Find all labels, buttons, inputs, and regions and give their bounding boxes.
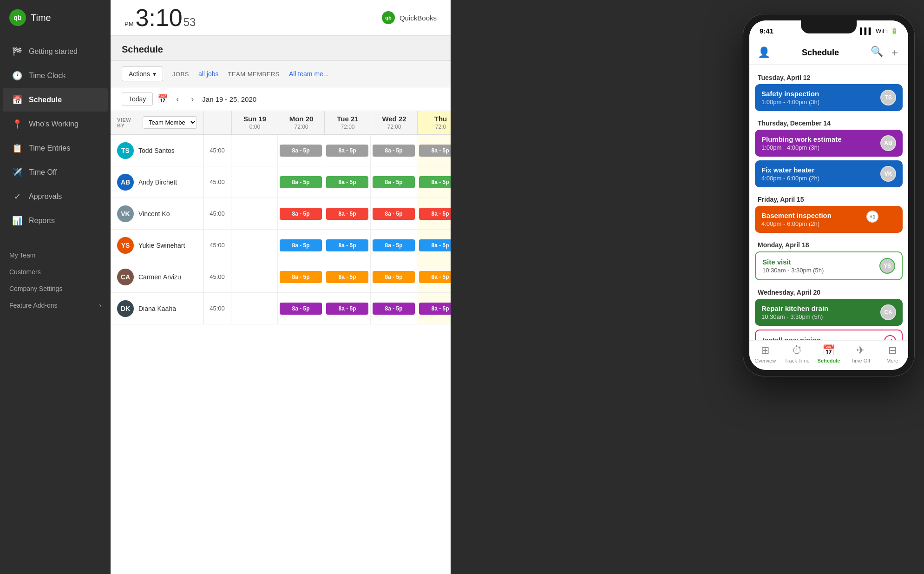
- event-info: Install new piping 2:30pm - 5:00pm (2h 3…: [762, 336, 895, 340]
- shift-block[interactable]: 8a - 5p: [419, 239, 451, 251]
- chevron-right-icon: ›: [99, 302, 101, 309]
- mobile-app-header: 👤 Schedule 🔍 ＋: [749, 41, 908, 65]
- shift-block[interactable]: 8a - 5p: [373, 208, 415, 220]
- list-item[interactable]: Install new piping 2:30pm - 5:00pm (2h 3…: [755, 330, 903, 340]
- thu-diana[interactable]: 8a - 5p: [417, 293, 451, 324]
- col-sun19: Sun 19 0:00: [231, 111, 278, 134]
- wed-yukie[interactable]: 8a - 5p: [371, 230, 417, 261]
- list-item[interactable]: Site visit 10:30am - 3:30pm (5h) YS: [755, 251, 903, 280]
- mon-yukie[interactable]: 8a - 5p: [278, 230, 324, 261]
- shift-block[interactable]: 8a - 5p: [280, 271, 322, 283]
- sidebar-item-my-team[interactable]: My Team: [0, 248, 111, 263]
- mon-diana[interactable]: 8a - 5p: [278, 293, 324, 324]
- list-item[interactable]: Plumbing work estimate 1:00pm - 4:00pm (…: [755, 130, 903, 157]
- jobs-link[interactable]: all jobs: [198, 70, 219, 78]
- sidebar-item-time-entries[interactable]: 📋 Time Entries: [3, 137, 108, 160]
- shift-block[interactable]: 8a - 5p: [373, 239, 415, 251]
- shift-block[interactable]: 8a - 5p: [326, 145, 368, 157]
- actions-button[interactable]: Actions ▾: [122, 66, 163, 81]
- sidebar-item-whos-working[interactable]: 📍 Who's Working: [3, 112, 108, 136]
- shift-block[interactable]: 8a - 5p: [373, 271, 415, 283]
- event-title: Site visit: [762, 258, 879, 266]
- thu-vincent[interactable]: 8a - 5p: [417, 198, 451, 229]
- shift-block[interactable]: 8a - 5p: [326, 239, 368, 251]
- mon-andy[interactable]: 8a - 5p: [278, 166, 324, 198]
- shift-block[interactable]: 8a - 5p: [326, 303, 368, 315]
- sidebar-item-customers[interactable]: Customers: [0, 264, 111, 279]
- mon-todd[interactable]: 8a - 5p: [278, 135, 324, 166]
- mobile-schedule-list: Tuesday, April 12 Safety inspection 1:00…: [749, 65, 908, 340]
- mon-carmen[interactable]: 8a - 5p: [278, 261, 324, 292]
- mobile-nav-track-time[interactable]: ⏱ Track Time: [783, 344, 811, 363]
- phone-screen: 9:41 ▌▌▌ WiFi 🔋 👤 Schedule 🔍 ＋ Tue: [749, 20, 908, 370]
- prev-week-button[interactable]: ‹: [172, 92, 183, 106]
- tue-diana[interactable]: 8a - 5p: [324, 293, 371, 324]
- shift-block[interactable]: 8a - 5p: [419, 271, 451, 283]
- mobile-nav-schedule[interactable]: 📅 Schedule: [815, 344, 843, 363]
- mobile-nav-overview[interactable]: ⊞ Overview: [751, 344, 779, 363]
- wed-todd[interactable]: 8a - 5p: [371, 135, 417, 166]
- event-time: 10:30am - 3:30pm (5h): [761, 313, 880, 320]
- profile-icon[interactable]: 👤: [758, 46, 770, 59]
- sidebar-item-time-clock[interactable]: 🕐 Time Clock: [3, 64, 108, 87]
- shift-block[interactable]: 8a - 5p: [373, 303, 415, 315]
- team-link[interactable]: All team me...: [289, 70, 329, 78]
- shift-block[interactable]: 8a - 5p: [419, 208, 451, 220]
- tue-todd[interactable]: 8a - 5p: [324, 135, 371, 166]
- next-week-button[interactable]: ›: [187, 92, 197, 106]
- shift-block[interactable]: 8a - 5p: [326, 208, 368, 220]
- sidebar-item-getting-started[interactable]: 🏁 Getting started: [3, 40, 108, 63]
- tue-carmen[interactable]: 8a - 5p: [324, 261, 371, 292]
- sidebar-item-feature-addons[interactable]: Feature Add-ons ›: [0, 298, 111, 313]
- shift-block[interactable]: 8a - 5p: [373, 176, 415, 188]
- today-button[interactable]: Today: [122, 92, 153, 106]
- tue-yukie[interactable]: 8a - 5p: [324, 230, 371, 261]
- member-name-carmen: Carmen Arvizu: [138, 273, 181, 281]
- sidebar-item-reports[interactable]: 📊 Reports: [3, 209, 108, 232]
- avatar-diana: DK: [117, 300, 134, 317]
- wed-andy[interactable]: 8a - 5p: [371, 166, 417, 198]
- event-title: Install new piping: [762, 336, 895, 340]
- mobile-nav-more[interactable]: ⊟ More: [878, 344, 906, 363]
- sidebar-item-time-off[interactable]: ✈️ Time Off: [3, 161, 108, 184]
- wed-carmen[interactable]: 8a - 5p: [371, 261, 417, 292]
- thu-yukie[interactable]: 8a - 5p: [417, 230, 451, 261]
- calendar-picker-icon[interactable]: 📅: [157, 94, 168, 104]
- sidebar-item-schedule[interactable]: 📅 Schedule: [3, 88, 108, 112]
- thu-carmen[interactable]: 8a - 5p: [417, 261, 451, 292]
- sidebar-item-approvals[interactable]: ✓ Approvals: [3, 185, 108, 208]
- search-icon[interactable]: 🔍: [871, 46, 883, 59]
- date-header-fri-apr15: Friday, April 15: [749, 191, 908, 206]
- shift-block[interactable]: 8a - 5p: [280, 176, 322, 188]
- view-by-select[interactable]: Team Membe: [143, 116, 197, 129]
- shift-block[interactable]: 8a - 5p: [280, 239, 322, 251]
- tue-vincent[interactable]: 8a - 5p: [324, 198, 371, 229]
- my-team-label: My Team: [9, 251, 36, 259]
- mon-vincent[interactable]: 8a - 5p: [278, 198, 324, 229]
- shift-block[interactable]: 8a - 5p: [419, 145, 451, 157]
- shift-block[interactable]: 8a - 5p: [373, 145, 415, 157]
- thu-todd[interactable]: 8a - 5p: [417, 135, 451, 166]
- shift-block[interactable]: 8a - 5p: [326, 176, 368, 188]
- shift-block[interactable]: 8a - 5p: [280, 208, 322, 220]
- add-icon[interactable]: ＋: [890, 46, 900, 59]
- tue-andy[interactable]: 8a - 5p: [324, 166, 371, 198]
- thu-andy[interactable]: 8a - 5p: [417, 166, 451, 198]
- event-time: 1:00pm - 4:00pm (3h): [761, 99, 880, 106]
- mobile-nav-time-off[interactable]: ✈ Time Off: [846, 344, 874, 363]
- sidebar-item-company-settings[interactable]: Company Settings: [0, 281, 111, 296]
- shift-block[interactable]: 8a - 5p: [326, 271, 368, 283]
- clock-icon: 🕐: [12, 71, 22, 81]
- wed-vincent[interactable]: 8a - 5p: [371, 198, 417, 229]
- list-item[interactable]: Repair kitchen drain 10:30am - 3:30pm (5…: [755, 299, 903, 326]
- shift-block[interactable]: 8a - 5p: [280, 303, 322, 315]
- event-title: Repair kitchen drain: [761, 304, 880, 312]
- list-item[interactable]: Basement inspection 4:00pm - 6:00pm (2h)…: [755, 206, 903, 233]
- shift-block[interactable]: 8a - 5p: [280, 145, 322, 157]
- wed-diana[interactable]: 8a - 5p: [371, 293, 417, 324]
- shift-block[interactable]: 8a - 5p: [419, 176, 451, 188]
- list-item[interactable]: Safety inspection 1:00pm - 4:00pm (3h) T…: [755, 84, 903, 111]
- list-item[interactable]: Fix water heater 4:00pm - 6:00pm (2h) VK: [755, 160, 903, 187]
- shift-block[interactable]: 8a - 5p: [419, 303, 451, 315]
- table-row: YS Yukie Swinehart 45:00 8a - 5p 8a - 5p: [111, 230, 451, 261]
